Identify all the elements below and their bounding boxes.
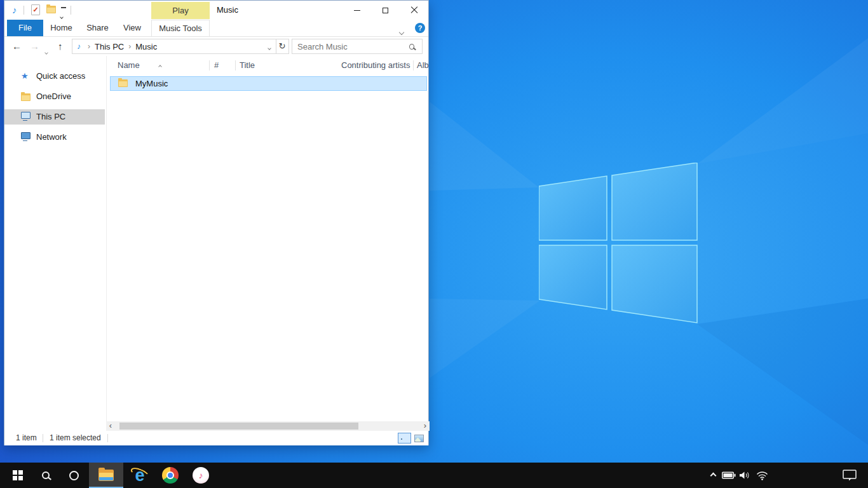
windows-logo bbox=[539, 163, 698, 324]
music-note-icon: ♪ bbox=[77, 42, 81, 51]
new-folder-button[interactable] bbox=[46, 6, 56, 13]
maximize-button[interactable] bbox=[371, 1, 400, 20]
sidebar-item-label: OneDrive bbox=[36, 89, 71, 104]
address-dropdown-button[interactable] bbox=[268, 42, 271, 51]
network-tray-icon[interactable] bbox=[754, 463, 770, 488]
scrollbar-thumb[interactable] bbox=[119, 423, 358, 430]
tab-home[interactable]: Home bbox=[43, 20, 79, 36]
music-tools-group-header[interactable]: Play bbox=[151, 2, 210, 19]
taskbar-internet-explorer-button[interactable]: e bbox=[126, 463, 154, 488]
chevron-down-icon bbox=[399, 30, 404, 35]
details-view-button[interactable] bbox=[398, 433, 411, 444]
search-input[interactable] bbox=[292, 42, 409, 51]
title-bar[interactable]: ♪ ✓ Play Music bbox=[4, 1, 428, 20]
search-box[interactable] bbox=[292, 39, 423, 54]
sidebar-item-this-pc[interactable]: This PC bbox=[4, 109, 105, 125]
ribbon-tab-bar: File Home Share View Music Tools ? bbox=[4, 20, 428, 37]
tab-music-tools[interactable]: Music Tools bbox=[151, 20, 210, 36]
cortana-button[interactable] bbox=[61, 463, 86, 488]
close-button[interactable] bbox=[400, 1, 428, 20]
chevron-down-icon bbox=[268, 46, 271, 50]
recent-locations-button[interactable] bbox=[45, 45, 48, 57]
up-button[interactable]: ↑ bbox=[58, 37, 63, 56]
start-button[interactable] bbox=[5, 463, 31, 488]
sidebar-item-quick-access[interactable]: ★ Quick access bbox=[4, 69, 105, 84]
network-icon bbox=[21, 132, 31, 139]
battery-icon bbox=[722, 471, 736, 479]
column-separator[interactable] bbox=[413, 60, 414, 71]
sidebar-item-label: Network bbox=[36, 130, 67, 145]
itunes-icon: ♪ bbox=[193, 467, 209, 484]
forward-button[interactable]: → bbox=[30, 37, 39, 56]
address-bar[interactable]: ♪ › This PC › Music bbox=[72, 39, 276, 54]
scroll-right-button[interactable]: › bbox=[421, 421, 430, 431]
close-icon bbox=[410, 6, 418, 14]
folder-icon bbox=[21, 93, 31, 101]
content-area: ★ Quick access OneDrive This PC Network … bbox=[4, 56, 428, 421]
selection-count: 1 item selected bbox=[50, 431, 101, 445]
taskbar-file-explorer-button[interactable] bbox=[89, 463, 123, 488]
navigation-bar: ← → ↑ ♪ › This PC › Music ↻ bbox=[4, 37, 428, 56]
column-header-contributing-artists[interactable]: Contributing artists bbox=[341, 56, 410, 75]
thumbnails-view-button[interactable] bbox=[412, 433, 426, 444]
sidebar-item-label: Quick access bbox=[36, 69, 85, 84]
breadcrumb-this-pc[interactable]: This PC bbox=[95, 42, 124, 51]
chevron-up-icon bbox=[710, 472, 716, 478]
chrome-icon bbox=[162, 467, 179, 484]
column-separator[interactable] bbox=[209, 60, 210, 71]
show-hidden-icons-button[interactable] bbox=[705, 463, 721, 488]
search-icon bbox=[42, 471, 50, 479]
file-row-mymusic[interactable]: MyMusic bbox=[110, 76, 427, 91]
file-name: MyMusic bbox=[135, 77, 168, 90]
back-button[interactable]: ← bbox=[12, 37, 22, 56]
taskbar-itunes-button[interactable]: ♪ bbox=[187, 463, 215, 488]
properties-button[interactable]: ✓ bbox=[31, 4, 40, 15]
action-center-icon bbox=[843, 470, 857, 481]
minimize-button[interactable] bbox=[342, 1, 371, 20]
qat-separator bbox=[24, 6, 24, 15]
thumbnails-view-icon bbox=[414, 435, 424, 442]
scroll-left-button[interactable]: ‹ bbox=[106, 421, 115, 431]
star-icon: ★ bbox=[21, 71, 29, 81]
breadcrumb-separator-icon: › bbox=[128, 42, 131, 51]
column-header-number[interactable]: # bbox=[214, 56, 219, 75]
taskbar-chrome-button[interactable] bbox=[156, 463, 184, 488]
chevron-down-icon bbox=[44, 51, 48, 55]
sidebar-item-onedrive[interactable]: OneDrive bbox=[4, 89, 105, 104]
horizontal-scrollbar[interactable]: ‹ › bbox=[106, 421, 430, 431]
sort-ascending-icon bbox=[159, 59, 161, 71]
computer-icon bbox=[21, 112, 31, 119]
file-explorer-window: ♪ ✓ Play Music File Home Share View Musi… bbox=[4, 0, 429, 445]
window-title: Music bbox=[217, 1, 238, 20]
navigation-pane: ★ Quick access OneDrive This PC Network bbox=[4, 56, 106, 421]
breadcrumb-separator-icon: › bbox=[88, 42, 90, 51]
expand-ribbon-button[interactable] bbox=[400, 25, 403, 37]
minimize-icon bbox=[354, 10, 360, 11]
internet-explorer-icon: e bbox=[131, 466, 149, 484]
refresh-button[interactable]: ↻ bbox=[276, 39, 289, 54]
customize-quick-access-toolbar-button[interactable] bbox=[60, 7, 67, 21]
status-bar: 1 item 1 item selected bbox=[4, 431, 428, 445]
toolbar-bar-icon bbox=[61, 7, 66, 8]
folder-icon bbox=[118, 79, 128, 87]
tab-share[interactable]: Share bbox=[79, 20, 116, 36]
tab-view[interactable]: View bbox=[116, 20, 149, 36]
breadcrumb-music[interactable]: Music bbox=[135, 42, 157, 51]
volume-tray-icon[interactable] bbox=[737, 463, 754, 488]
column-header-name[interactable]: Name bbox=[118, 56, 140, 75]
sidebar-item-network[interactable]: Network bbox=[4, 130, 105, 145]
sidebar-item-label: This PC bbox=[36, 109, 65, 125]
tab-file[interactable]: File bbox=[7, 20, 43, 36]
help-button[interactable]: ? bbox=[415, 23, 425, 33]
action-center-button[interactable] bbox=[837, 463, 862, 488]
battery-tray-icon[interactable] bbox=[721, 463, 737, 488]
cortana-icon bbox=[69, 471, 79, 480]
speaker-icon bbox=[739, 471, 752, 480]
taskbar: e ♪ bbox=[0, 463, 868, 488]
maximize-icon bbox=[383, 8, 388, 13]
column-header-album[interactable]: Alb bbox=[417, 56, 429, 75]
column-header-title[interactable]: Title bbox=[240, 56, 255, 75]
column-separator[interactable] bbox=[235, 60, 236, 71]
taskbar-search-button[interactable] bbox=[33, 463, 58, 488]
chevron-down-icon bbox=[60, 15, 64, 19]
